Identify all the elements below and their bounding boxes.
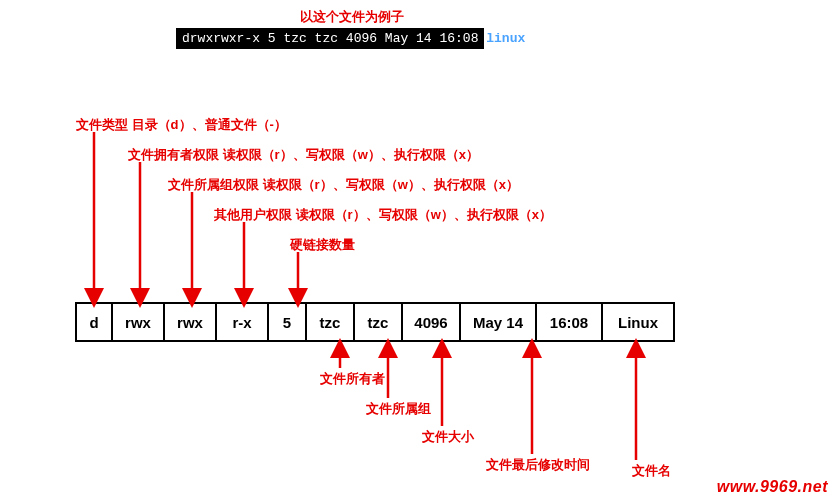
label-owner-name: 文件所有者 xyxy=(320,370,385,388)
label-group-perm: 文件所属组权限 读权限（r）、写权限（w）、执行权限（x） xyxy=(168,176,519,194)
cell-may 14: May 14 xyxy=(461,302,537,342)
cell-rwx: rwx xyxy=(113,302,165,342)
cell-5: 5 xyxy=(269,302,307,342)
label-mtime: 文件最后修改时间 xyxy=(486,456,590,474)
cell-tzc: tzc xyxy=(355,302,403,342)
label-owner-perm: 文件拥有者权限 读权限（r）、写权限（w）、执行权限（x） xyxy=(128,146,479,164)
annotation-arrows xyxy=(0,0,834,500)
ls-line: drwxrwxr-x 5 tzc tzc 4096 May 14 16:08 xyxy=(182,31,486,46)
label-filename: 文件名 xyxy=(632,462,671,480)
cell-d: d xyxy=(75,302,113,342)
cell-linux: Linux xyxy=(603,302,675,342)
permission-breakdown-row: drwxrwxr-x5tzctzc4096May 1416:08Linux xyxy=(75,302,675,342)
cell-r-x: r-x xyxy=(217,302,269,342)
cell-16:08: 16:08 xyxy=(537,302,603,342)
label-hardlinks: 硬链接数量 xyxy=(290,236,355,254)
terminal-output: drwxrwxr-x 5 tzc tzc 4096 May 14 16:08 l… xyxy=(176,28,484,49)
label-file-type: 文件类型 目录（d）、普通文件（-） xyxy=(76,116,287,134)
cell-rwx: rwx xyxy=(165,302,217,342)
label-group-name: 文件所属组 xyxy=(366,400,431,418)
watermark: www.9969.net xyxy=(717,478,828,496)
cell-tzc: tzc xyxy=(307,302,355,342)
label-other-perm: 其他用户权限 读权限（r）、写权限（w）、执行权限（x） xyxy=(214,206,552,224)
cell-4096: 4096 xyxy=(403,302,461,342)
example-caption: 以这个文件为例子 xyxy=(300,8,404,26)
label-file-size: 文件大小 xyxy=(422,428,474,446)
ls-dirname: linux xyxy=(486,31,525,46)
